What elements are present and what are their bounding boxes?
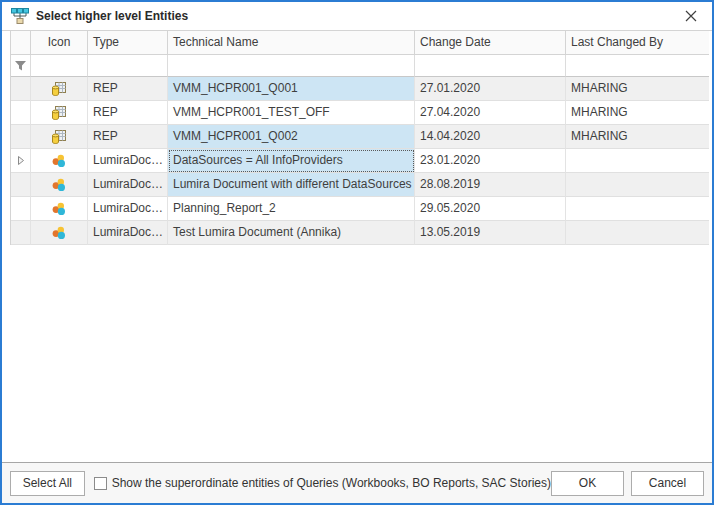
grid-filter-row: [11, 55, 703, 77]
type-cell[interactable]: LumiraDocum...: [88, 173, 168, 197]
filter-input-technical-name[interactable]: [168, 55, 415, 77]
type-cell[interactable]: LumiraDocum...: [88, 197, 168, 221]
table-row[interactable]: REPVMM_HCPR001_Q00127.01.2020MHARING: [11, 77, 703, 101]
row-indicator-cell: [11, 221, 31, 245]
cancel-button[interactable]: Cancel: [631, 471, 704, 496]
change-date-cell[interactable]: 28.08.2019: [415, 173, 566, 197]
superordinate-checkbox-group[interactable]: Show the superordinate entities of Queri…: [94, 476, 551, 490]
technical-name-cell[interactable]: Planning_Report_2: [168, 197, 415, 221]
table-row[interactable]: LumiraDocum...Test Lumira Document (Anni…: [11, 221, 703, 245]
change-date-cell[interactable]: 23.01.2020: [415, 149, 566, 173]
type-cell[interactable]: REP: [88, 101, 168, 125]
row-indicator-cell: [11, 125, 31, 149]
hierarchy-icon: [11, 8, 29, 24]
column-header-last-changed-by[interactable]: Last Changed By: [566, 31, 709, 55]
entity-icon-cell: [31, 125, 88, 149]
technical-name-cell[interactable]: DataSources = All InfoProviders: [168, 149, 415, 173]
ok-button[interactable]: OK: [551, 471, 624, 496]
select-all-button[interactable]: Select All: [10, 471, 85, 496]
entity-icon-cell: [31, 101, 88, 125]
lumira-document-icon: [51, 153, 67, 169]
dialog-title: Select higher level Entities: [36, 9, 188, 23]
grid-body: REPVMM_HCPR001_Q00127.01.2020MHARINGREPV…: [11, 77, 703, 245]
column-header-type[interactable]: Type: [88, 31, 168, 55]
type-cell[interactable]: LumiraDocum...: [88, 221, 168, 245]
change-date-cell[interactable]: 14.04.2020: [415, 125, 566, 149]
dialog-footer: Select All Show the superordinate entiti…: [2, 462, 712, 503]
report-icon: [51, 129, 67, 145]
entities-grid: Icon Type Technical Name Change Date Las…: [10, 31, 704, 245]
last-changed-by-cell[interactable]: MHARING: [566, 101, 709, 125]
technical-name-cell[interactable]: Lumira Document with different DataSourc…: [168, 173, 415, 197]
filter-input-last-changed-by[interactable]: [566, 55, 709, 77]
last-changed-by-cell[interactable]: [566, 197, 709, 221]
filter-row-button[interactable]: [11, 55, 31, 77]
change-date-cell[interactable]: 27.01.2020: [415, 77, 566, 101]
column-header-change-date[interactable]: Change Date: [415, 31, 566, 55]
change-date-cell[interactable]: 29.05.2020: [415, 197, 566, 221]
table-row[interactable]: REPVMM_HCPR001_TEST_OFF27.04.2020MHARING: [11, 101, 703, 125]
table-row[interactable]: LumiraDocum...DataSources = All InfoProv…: [11, 149, 703, 173]
report-icon: [51, 105, 67, 121]
row-indicator-cell: [11, 197, 31, 221]
filter-input-type[interactable]: [88, 55, 168, 77]
close-icon: [685, 10, 697, 22]
entity-icon-cell: [31, 149, 88, 173]
dialog-titlebar: Select higher level Entities: [2, 2, 712, 31]
technical-name-cell[interactable]: Test Lumira Document (Annika): [168, 221, 415, 245]
entity-icon-cell: [31, 197, 88, 221]
current-row-arrow-icon: [18, 156, 24, 165]
filter-funnel-icon: [14, 60, 27, 72]
grid-area: Icon Type Technical Name Change Date Las…: [2, 31, 712, 462]
technical-name-cell[interactable]: VMM_HCPR001_TEST_OFF: [168, 101, 415, 125]
technical-name-cell[interactable]: VMM_HCPR001_Q002: [168, 125, 415, 149]
report-icon: [51, 81, 67, 97]
type-cell[interactable]: REP: [88, 77, 168, 101]
table-row[interactable]: LumiraDocum...Planning_Report_229.05.202…: [11, 197, 703, 221]
technical-name-cell[interactable]: VMM_HCPR001_Q001: [168, 77, 415, 101]
last-changed-by-cell[interactable]: MHARING: [566, 77, 709, 101]
lumira-document-icon: [51, 201, 67, 217]
column-header-technical-name[interactable]: Technical Name: [168, 31, 415, 55]
type-cell[interactable]: REP: [88, 125, 168, 149]
grid-header-row: Icon Type Technical Name Change Date Las…: [11, 31, 703, 55]
row-indicator-cell: [11, 77, 31, 101]
entity-icon-cell: [31, 221, 88, 245]
entity-icon-cell: [31, 173, 88, 197]
row-indicator-cell: [11, 149, 31, 173]
last-changed-by-cell[interactable]: [566, 149, 709, 173]
change-date-cell[interactable]: 13.05.2019: [415, 221, 566, 245]
lumira-document-icon: [51, 225, 67, 241]
row-indicator-cell: [11, 173, 31, 197]
last-changed-by-cell[interactable]: [566, 221, 709, 245]
close-button[interactable]: [680, 5, 702, 27]
last-changed-by-cell[interactable]: MHARING: [566, 125, 709, 149]
table-row[interactable]: LumiraDocum...Lumira Document with diffe…: [11, 173, 703, 197]
change-date-cell[interactable]: 27.04.2020: [415, 101, 566, 125]
select-higher-level-entities-dialog: Select higher level Entities Icon Type T…: [0, 0, 714, 505]
type-cell[interactable]: LumiraDocum...: [88, 149, 168, 173]
table-row[interactable]: REPVMM_HCPR001_Q00214.04.2020MHARING: [11, 125, 703, 149]
entity-icon-cell: [31, 77, 88, 101]
superordinate-checkbox[interactable]: [94, 477, 107, 490]
lumira-document-icon: [51, 177, 67, 193]
filter-input-icon[interactable]: [31, 55, 88, 77]
filter-input-change-date[interactable]: [415, 55, 566, 77]
superordinate-checkbox-label[interactable]: Show the superordinate entities of Queri…: [112, 476, 551, 490]
last-changed-by-cell[interactable]: [566, 173, 709, 197]
column-header-icon[interactable]: Icon: [31, 31, 88, 55]
header-gutter-cell: [11, 31, 31, 55]
row-indicator-cell: [11, 101, 31, 125]
